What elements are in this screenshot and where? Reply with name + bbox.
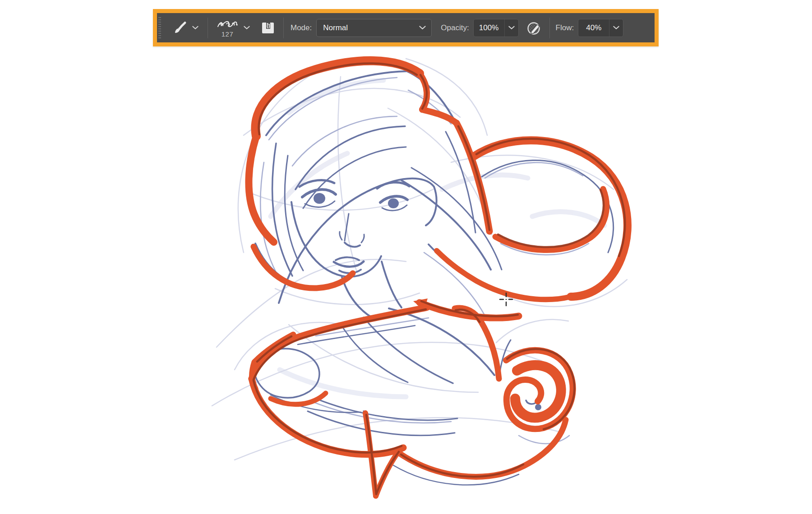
sketch-main-lines <box>251 71 627 495</box>
chevron-down-icon <box>244 26 250 30</box>
blend-mode-value: Normal <box>323 23 348 32</box>
app-window: 127 Mode: No <box>0 0 812 514</box>
brush-options-bar: 127 Mode: No <box>157 13 655 42</box>
opacity-label: Opacity: <box>441 23 469 32</box>
tool-preset-button[interactable] <box>173 21 198 35</box>
toggle-brush-settings-panel-button[interactable] <box>261 21 275 35</box>
brush-panel-icon <box>261 21 275 35</box>
paint-orange-strokes <box>249 61 627 496</box>
chevron-down-icon <box>419 26 426 30</box>
sketch-shading-strokes <box>271 80 604 397</box>
options-bar-grip[interactable] <box>158 17 161 39</box>
artwork-canvas[interactable] <box>0 0 812 514</box>
opacity-input[interactable]: 100% <box>474 19 504 37</box>
mode-label: Mode: <box>291 23 312 32</box>
options-bar-highlight-frame: 127 Mode: No <box>153 9 659 46</box>
chevron-down-icon <box>613 26 619 30</box>
paint-dark-edges <box>254 63 625 494</box>
brush-preset-picker[interactable]: 127 <box>215 18 250 38</box>
toolbar-divider <box>549 18 550 38</box>
flow-label: Flow: <box>556 23 574 32</box>
flow-control: 40% <box>578 19 623 37</box>
flow-input[interactable]: 40% <box>578 19 609 37</box>
brush-preset-thumbnail <box>216 18 239 31</box>
brush-preset-size: 127 <box>221 30 234 38</box>
sketch-illustration <box>0 0 812 514</box>
blend-mode-dropdown[interactable]: Normal <box>316 19 432 37</box>
brush-tool-icon <box>173 21 187 35</box>
chevron-down-icon <box>508 26 515 30</box>
pressure-opacity-icon <box>526 19 543 37</box>
toolbar-divider <box>208 18 208 38</box>
pressure-opacity-toggle[interactable] <box>526 19 543 37</box>
flow-dropdown-button[interactable] <box>609 19 623 37</box>
chevron-down-icon <box>192 26 198 30</box>
opacity-dropdown-button[interactable] <box>505 19 518 37</box>
opacity-control: 100% <box>473 19 519 37</box>
toolbar-divider <box>283 18 284 38</box>
